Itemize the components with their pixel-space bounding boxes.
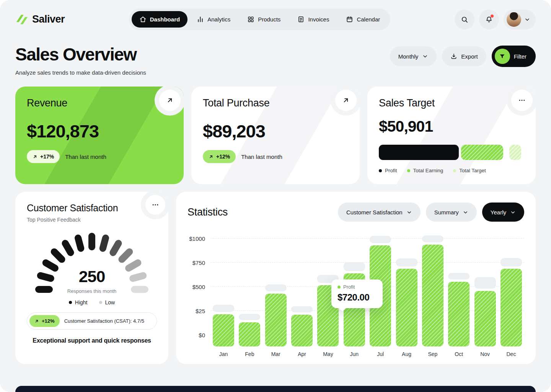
bar-chart: $1000$750$500$25$0 Profit $720.00 JanFeb…	[187, 232, 524, 357]
notifications-button[interactable]	[479, 10, 499, 29]
chart-column-feb[interactable]	[239, 314, 260, 346]
x-axis-label: Sep	[422, 351, 443, 357]
page-header: Sales Overview Analyze sales trends to m…	[15, 44, 536, 76]
chart-column-mar[interactable]	[265, 284, 287, 346]
chart-column-apr[interactable]	[291, 306, 313, 346]
gauge-segment	[108, 238, 123, 257]
revenue-title: Revenue	[27, 97, 172, 109]
y-axis-label: $0	[199, 332, 205, 338]
notification-dot	[491, 15, 494, 18]
sales-dashboard-page: Saliver Dashboard Analytics Products	[0, 0, 551, 392]
customer-satisfaction-menu-button[interactable]	[145, 195, 165, 215]
legend-dot	[379, 169, 382, 172]
saliver-logo-icon	[15, 13, 28, 26]
filter-button-label: Filter	[514, 53, 527, 60]
profit-bar	[213, 314, 234, 346]
chart-column-oct[interactable]	[448, 273, 469, 346]
chart-y-axis: $1000$750$500$25$0	[187, 232, 205, 346]
total-purchase-value: $89,203	[203, 121, 348, 142]
chart-column-jan[interactable]	[213, 305, 234, 346]
avatar	[507, 12, 521, 27]
arrow-up-right-icon	[34, 319, 39, 323]
chart-column-aug[interactable]	[396, 258, 417, 346]
arrow-up-right-icon	[342, 96, 350, 104]
nav-item-label: Products	[258, 16, 280, 23]
bar-remainder-cap	[213, 305, 234, 312]
csat-label: Customer Satisfaction (CSAT): 4.7/5	[64, 318, 144, 324]
chevron-down-icon	[422, 53, 428, 59]
analytics-icon	[197, 16, 204, 23]
arrow-up-right-icon	[33, 154, 37, 159]
ellipsis-icon	[518, 96, 526, 104]
metric-dropdown[interactable]: Customer Satisfaction	[338, 203, 421, 222]
legend-dot	[69, 301, 72, 304]
user-menu[interactable]	[504, 10, 536, 29]
tooltip-series-dot	[337, 286, 341, 289]
statistics-filters: Customer Satisfaction Summary Yearly	[338, 203, 524, 222]
progress-segment-total-earning	[461, 145, 503, 160]
bar-remainder-cap	[344, 262, 365, 271]
chart-column-nov[interactable]	[474, 277, 496, 346]
nav-item-dashboard[interactable]: Dashboard	[132, 11, 187, 28]
export-button[interactable]: Export	[442, 46, 486, 66]
x-axis-label: Jul	[370, 351, 391, 357]
search-button[interactable]	[455, 10, 474, 29]
nav-item-label: Analytics	[207, 16, 230, 23]
view-dropdown[interactable]: Summary	[426, 203, 477, 222]
tooltip-value: $720.00	[337, 292, 377, 303]
legend-item-total-earning: Total Earning	[407, 168, 443, 173]
satisfaction-legend: Hight Low	[27, 299, 157, 305]
profit-bar	[265, 294, 287, 346]
brand[interactable]: Saliver	[15, 13, 65, 26]
revenue-expand-button[interactable]	[159, 90, 181, 111]
customer-satisfaction-title: Customer Satisfaction	[27, 203, 157, 214]
chevron-down-icon	[524, 16, 530, 23]
customer-satisfaction-subtitle: Top Positive Feedback	[27, 217, 157, 223]
revenue-value: $120,873	[27, 121, 172, 142]
legend-item-low: Low	[99, 299, 115, 305]
total-purchase-expand-button[interactable]	[335, 90, 357, 111]
bar-remainder-cap	[291, 306, 313, 312]
legend-item-total-target: Total Target	[453, 168, 486, 173]
bottom-sheet-peek	[15, 386, 536, 392]
profit-bar	[291, 315, 313, 346]
gauge-segment	[88, 233, 95, 250]
range-dropdown[interactable]: Yearly	[482, 203, 524, 222]
total-purchase-card: Total Purchase $89,203 +12% Than last mo…	[191, 87, 360, 184]
arrow-up-right-icon	[166, 96, 174, 104]
nav-item-products[interactable]: Products	[240, 11, 288, 28]
profit-bar	[422, 245, 443, 346]
target-progress	[379, 145, 524, 160]
chart-column-dec[interactable]	[500, 258, 522, 346]
y-axis-label: $500	[192, 284, 205, 290]
top-bar: Saliver Dashboard Analytics Products	[0, 0, 551, 30]
nav-item-calendar[interactable]: Calendar	[338, 11, 388, 28]
gauge-segment	[60, 238, 75, 257]
top-bar-actions	[455, 10, 536, 29]
gauge-segment	[49, 247, 67, 264]
period-dropdown[interactable]: Monthly	[390, 46, 437, 66]
sales-target-value: $50,901	[379, 118, 524, 136]
nav-item-invoices[interactable]: Invoices	[290, 11, 337, 28]
csat-badge: +12%	[29, 315, 60, 327]
x-axis-label: Jun	[344, 351, 365, 357]
x-axis-label: Nov	[474, 351, 496, 357]
sales-target-menu-button[interactable]	[511, 90, 533, 111]
y-axis-label: $25	[196, 308, 205, 314]
nav-item-analytics[interactable]: Analytics	[189, 11, 238, 28]
y-axis-label: $1000	[189, 235, 205, 242]
legend-dot	[453, 169, 456, 172]
legend-dot	[99, 301, 102, 304]
download-icon	[450, 53, 457, 60]
nav-item-label: Invoices	[308, 16, 329, 23]
sales-target-title: Sales Target	[379, 97, 524, 109]
filter-button[interactable]: Filter	[492, 46, 536, 67]
customer-satisfaction-card: Customer Satisfaction Top Positive Feedb…	[15, 192, 168, 364]
period-dropdown-label: Monthly	[398, 53, 419, 60]
page-title: Sales Overview	[15, 44, 146, 65]
header-actions: Monthly Export Filter	[390, 46, 536, 67]
x-axis-label: Dec	[500, 351, 522, 357]
gauge-segment	[74, 234, 85, 253]
chart-months: JanFebMarAprMayJunJulAugSepOctNovDec	[210, 351, 524, 357]
chart-column-sep[interactable]	[422, 235, 443, 347]
